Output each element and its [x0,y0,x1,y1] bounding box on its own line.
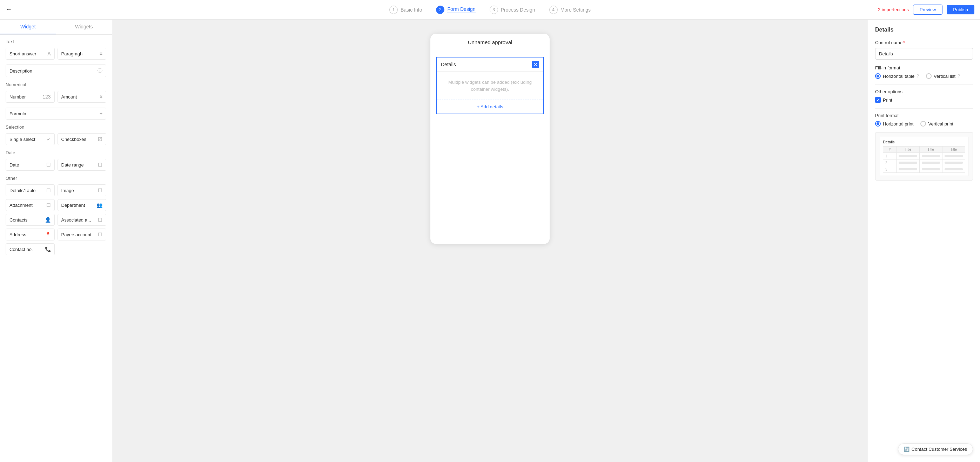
widget-formula[interactable]: Formula ÷ [6,108,106,119]
description-label: Description [10,68,32,74]
numerical-widget-grid: Number 123 Amount ¥ [6,91,106,103]
nav-step-3[interactable]: 3 Process Design [490,6,535,14]
horizontal-table-label: Horizontal table [883,74,915,79]
paragraph-icon: ≡ [100,51,102,56]
preview-row-3-col1 [897,166,919,173]
widget-image[interactable]: Image ☐ [57,184,107,196]
associated-label: Associated a... [61,218,91,222]
text-widget-grid: Short answer A Paragragh ≡ [6,48,106,60]
step-label-1: Basic Info [401,7,422,13]
horizontal-print-option[interactable]: Horizontal print [875,121,913,127]
preview-row-1: 1 [883,153,965,159]
fill-format-options: Horizontal table ? Vertical list ? [875,73,973,79]
widget-department[interactable]: Department 👥 [57,199,107,211]
widget-description[interactable]: Description ⓘ [6,65,106,77]
publish-button[interactable]: Publish [947,5,974,14]
date-icon: ☐ [46,162,51,168]
preview-button[interactable]: Preview [913,5,942,15]
tab-widgets[interactable]: Widgets [56,20,112,34]
details-close-button[interactable]: ✕ [532,61,539,68]
vertical-print-label: Vertical print [928,121,953,127]
widget-attachment[interactable]: Attachment ☐ [6,199,55,211]
details-widget[interactable]: Details ✕ Multiple widgets can be added … [436,57,544,114]
widget-contacts[interactable]: Contacts 👤 [6,214,55,226]
short-answer-icon: A [47,51,51,56]
print-checkbox[interactable]: ✓ Print [875,97,973,103]
address-icon: 📍 [45,232,51,237]
widget-short-answer[interactable]: Short answer A [6,48,55,60]
department-label: Department [61,203,85,208]
control-name-label: Control name* [875,40,973,45]
print-checkbox-box[interactable]: ✓ [875,97,881,103]
vertical-list-radio[interactable] [926,73,932,79]
details-table-icon: ☐ [46,187,51,193]
contact-service-label: Contact Customer Services [912,446,967,452]
formula-label: Formula [10,111,26,116]
back-button[interactable]: ← [6,6,12,13]
center-canvas: Unnamed approval Details ✕ Multiple widg… [112,20,868,462]
vertical-print-option[interactable]: Vertical print [920,121,953,127]
amount-label: Amount [61,94,77,100]
paragraph-label: Paragragh [61,51,83,56]
widget-address[interactable]: Address 📍 [6,229,55,240]
control-name-input[interactable] [875,48,973,60]
preview-row-2: 2 [883,159,965,166]
widget-checkboxes[interactable]: Checkboxes ☑ [57,133,107,145]
imperfections-badge[interactable]: 2 imperfections [878,7,909,12]
widget-number[interactable]: Number 123 [6,91,55,103]
widget-date-range[interactable]: Date range ☐ [57,159,107,171]
preview-col-title2: Title [919,146,942,153]
attachment-icon: ☐ [46,202,51,208]
widget-amount[interactable]: Amount ¥ [57,91,107,103]
widget-paragraph[interactable]: Paragragh ≡ [57,48,107,60]
nav-step-2[interactable]: 2 Form Design [436,6,475,14]
preview-col-title3: Title [942,146,965,153]
preview-row-2-col2 [919,159,942,166]
amount-icon: ¥ [100,94,102,100]
contact-service-icon: 🔄 [904,446,910,452]
tab-widget[interactable]: Widget [0,20,56,34]
widget-contact-no[interactable]: Contact no. 📞 [6,243,55,255]
nav-step-1[interactable]: 1 Basic Info [389,6,422,14]
widget-payee[interactable]: Payee account ☐ [57,229,107,240]
vertical-list-label: Vertical list [934,74,955,79]
date-section-title: Date [6,150,106,155]
numerical-section-title: Numerical [6,82,106,87]
image-icon: ☐ [98,187,102,193]
left-tabs: Widget Widgets [0,20,112,35]
step-label-2: Form Design [447,6,475,13]
preview-table: # Title Title Title 1 [883,146,965,173]
main-layout: Widget Widgets Text Short answer A Parag… [0,20,980,462]
nav-steps: 1 Basic Info 2 Form Design 3 Process Des… [389,6,591,14]
vertical-print-radio[interactable] [920,121,926,127]
preview-row-3: 3 [883,166,965,173]
widget-date[interactable]: Date ☐ [6,159,55,171]
associated-icon: ☐ [98,217,102,222]
divider-2 [875,108,973,109]
horizontal-table-option[interactable]: Horizontal table ? [875,73,919,79]
horizontal-table-radio[interactable] [875,73,881,79]
top-nav: ← 1 Basic Info 2 Form Design 3 Process D… [0,0,980,20]
widget-single-select[interactable]: Single select ✓ [6,133,55,145]
step-num-1: 1 [389,6,398,14]
vertical-list-option[interactable]: Vertical list ? [926,73,960,79]
numerical-widget-grid2: Formula ÷ [6,108,106,119]
nav-step-4[interactable]: 4 More Settings [549,6,591,14]
text-widget-grid2: Description ⓘ [6,65,106,77]
preview-row-1-col1 [897,153,919,159]
horizontal-print-radio[interactable] [875,121,881,127]
add-details-button[interactable]: + Add details [437,100,543,114]
widget-associated[interactable]: Associated a... ☐ [57,214,107,226]
date-range-label: Date range [61,162,84,168]
widget-details-table[interactable]: Details/Table ☐ [6,184,55,196]
preview-row-1-num: 1 [883,153,897,159]
preview-table-title: Details [883,140,965,144]
preview-row-3-col3 [942,166,965,173]
contact-service-button[interactable]: 🔄 Contact Customer Services [898,443,973,455]
phone-frame: Unnamed approval Details ✕ Multiple widg… [430,33,550,244]
print-format-label: Print format [875,113,973,118]
preview-col-num: # [883,146,897,153]
step-label-3: Process Design [501,7,535,13]
preview-row-2-col1 [897,159,919,166]
right-panel: Details Control name* Fill-in format Hor… [868,20,980,462]
